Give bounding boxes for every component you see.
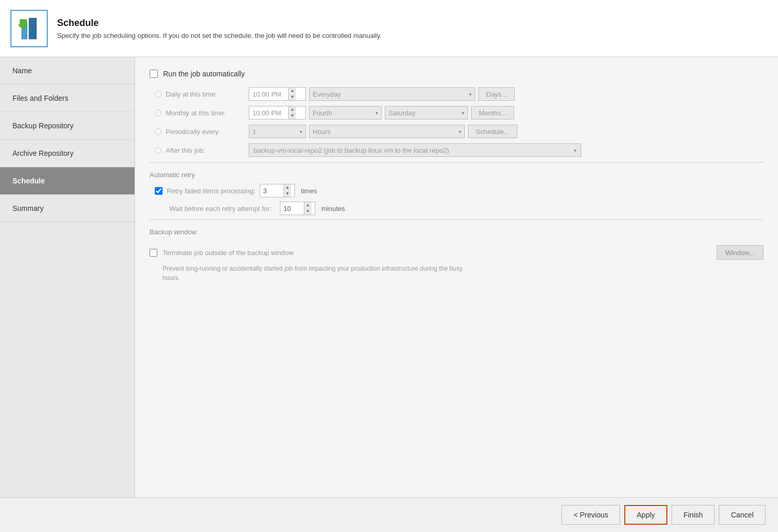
daily-label: Daily at this time: bbox=[166, 90, 249, 98]
wait-count-input[interactable]: 10 bbox=[280, 205, 304, 212]
periodically-value-chevron-icon: ▾ bbox=[300, 129, 302, 135]
retry-row: Retry failed items processing: 3 ▲ ▼ tim… bbox=[155, 184, 763, 197]
daily-controls: 10:00 PM ▲ ▼ Everyday ▾ Days... bbox=[249, 87, 515, 101]
retry-count-spin: ▲ ▼ bbox=[284, 184, 291, 197]
daily-frequency-select[interactable]: Everyday ▾ bbox=[309, 87, 475, 101]
automatic-retry-title: Automatic retry bbox=[150, 171, 763, 179]
after-job-select[interactable]: backup-vm-local-repo2 (job to backup lin… bbox=[249, 143, 581, 157]
wait-count-up[interactable]: ▲ bbox=[304, 202, 312, 208]
sidebar-item-files-and-folders[interactable]: Files and Folders bbox=[0, 85, 135, 112]
backup-window-section: Terminate job outside of the backup wind… bbox=[150, 245, 763, 283]
periodically-label: Periodically every: bbox=[166, 128, 249, 136]
periodically-value-select[interactable]: 1 ▾ bbox=[249, 125, 306, 138]
daily-row: Daily at this time: 10:00 PM ▲ ▼ Everyda… bbox=[155, 87, 763, 101]
sidebar-item-archive-repository[interactable]: Archive Repository bbox=[0, 140, 135, 167]
retry-times-label: times bbox=[301, 187, 317, 195]
retry-section: Retry failed items processing: 3 ▲ ▼ tim… bbox=[155, 184, 763, 215]
header-text: Schedule Specify the job scheduling opti… bbox=[57, 18, 382, 39]
footer: < Previous Apply Finish Cancel bbox=[0, 497, 778, 532]
monthly-time-input-group: 10:00 PM ▲ ▼ bbox=[249, 106, 306, 119]
daily-time-down[interactable]: ▼ bbox=[289, 94, 296, 100]
wait-label: Wait before each retry attempt for: bbox=[169, 205, 272, 212]
after-job-row: After this job: backup-vm-local-repo2 (j… bbox=[155, 143, 763, 157]
run-auto-row: Run the job automatically bbox=[150, 70, 763, 78]
schedule-options: Daily at this time: 10:00 PM ▲ ▼ Everyda… bbox=[155, 87, 763, 157]
backup-window-divider bbox=[150, 219, 763, 220]
terminate-checkbox[interactable] bbox=[150, 249, 157, 257]
daily-radio[interactable] bbox=[155, 91, 162, 98]
wait-count-spin: ▲ ▼ bbox=[304, 202, 312, 215]
run-auto-label[interactable]: Run the job automatically bbox=[163, 70, 245, 78]
sidebar-item-backup-repository[interactable]: Backup Repository bbox=[0, 112, 135, 140]
monthly-week-chevron-icon: ▾ bbox=[375, 110, 378, 116]
schedule-button[interactable]: Schedule... bbox=[468, 125, 517, 138]
monthly-time-spin: ▲ ▼ bbox=[288, 107, 296, 119]
monthly-time-input[interactable]: 10:00 PM bbox=[249, 109, 288, 117]
after-job-label: After this job: bbox=[166, 147, 249, 154]
header: Schedule Specify the job scheduling opti… bbox=[0, 0, 778, 57]
monthly-radio[interactable] bbox=[155, 110, 162, 116]
daily-time-spin: ▲ ▼ bbox=[288, 88, 296, 100]
retry-count-down[interactable]: ▼ bbox=[284, 191, 291, 197]
svg-rect-1 bbox=[29, 18, 36, 39]
daily-chevron-icon: ▾ bbox=[469, 91, 472, 97]
sidebar-item-name[interactable]: Name bbox=[0, 57, 135, 85]
periodically-radio[interactable] bbox=[155, 128, 162, 135]
after-job-radio[interactable] bbox=[155, 147, 162, 154]
retry-count-input[interactable]: 3 bbox=[260, 187, 284, 195]
retry-divider bbox=[150, 162, 763, 163]
monthly-time-up[interactable]: ▲ bbox=[289, 107, 296, 113]
wait-row: Wait before each retry attempt for: 10 ▲… bbox=[155, 202, 763, 215]
periodically-row: Periodically every: 1 ▾ Hours ▾ Schedule… bbox=[155, 125, 763, 138]
monthly-day-chevron-icon: ▾ bbox=[462, 110, 464, 116]
cancel-button[interactable]: Cancel bbox=[719, 505, 766, 525]
daily-time-up[interactable]: ▲ bbox=[289, 88, 296, 94]
periodically-unit-chevron-icon: ▾ bbox=[459, 129, 461, 135]
monthly-label: Monthly at this time: bbox=[166, 109, 249, 117]
months-button[interactable]: Months... bbox=[471, 106, 514, 119]
apply-button[interactable]: Apply bbox=[624, 505, 667, 525]
content-panel: Run the job automatically Daily at this … bbox=[135, 57, 778, 497]
terminate-label[interactable]: Terminate job outside of the backup wind… bbox=[163, 249, 293, 257]
wait-count-group: 10 ▲ ▼ bbox=[280, 202, 315, 215]
sidebar: Name Files and Folders Backup Repository… bbox=[0, 57, 135, 497]
page-title: Schedule bbox=[57, 18, 382, 29]
monthly-week-select[interactable]: Fourth ▾ bbox=[309, 106, 382, 119]
terminate-row: Terminate job outside of the backup wind… bbox=[150, 245, 763, 260]
after-job-chevron-icon: ▾ bbox=[574, 148, 576, 153]
app-logo bbox=[10, 10, 48, 47]
monthly-controls: 10:00 PM ▲ ▼ Fourth ▾ Saturday ▾ bbox=[249, 106, 514, 119]
retry-count-group: 3 ▲ ▼ bbox=[260, 184, 295, 197]
backup-window-title: Backup window bbox=[150, 228, 763, 236]
previous-button[interactable]: < Previous bbox=[561, 505, 620, 525]
periodically-unit-select[interactable]: Hours ▾ bbox=[309, 125, 465, 138]
monthly-day-select[interactable]: Saturday ▾ bbox=[385, 106, 468, 119]
monthly-row: Monthly at this time: 10:00 PM ▲ ▼ Fourt… bbox=[155, 106, 763, 119]
finish-button[interactable]: Finish bbox=[672, 505, 715, 525]
main-area: Name Files and Folders Backup Repository… bbox=[0, 57, 778, 497]
sidebar-item-schedule[interactable]: Schedule bbox=[0, 167, 135, 195]
daily-time-input[interactable]: 10:00 PM bbox=[249, 90, 288, 98]
daily-time-input-group: 10:00 PM ▲ ▼ bbox=[249, 87, 306, 101]
days-button[interactable]: Days... bbox=[478, 87, 515, 101]
monthly-time-down[interactable]: ▼ bbox=[289, 113, 296, 119]
backup-window-description: Prevent long-running or accidentally sta… bbox=[163, 264, 474, 283]
retry-count-up[interactable]: ▲ bbox=[284, 184, 291, 191]
retry-checkbox[interactable] bbox=[155, 187, 163, 195]
after-job-controls: backup-vm-local-repo2 (job to backup lin… bbox=[249, 143, 581, 157]
sidebar-item-summary[interactable]: Summary bbox=[0, 195, 135, 222]
wait-minutes-label: minutes bbox=[321, 205, 345, 212]
window-button[interactable]: Window... bbox=[717, 245, 763, 260]
page-description: Specify the job scheduling options. If y… bbox=[57, 32, 382, 39]
retry-label[interactable]: Retry failed items processing: bbox=[167, 187, 256, 195]
periodically-controls: 1 ▾ Hours ▾ Schedule... bbox=[249, 125, 517, 138]
wait-count-down[interactable]: ▼ bbox=[304, 208, 312, 215]
run-auto-checkbox[interactable] bbox=[150, 70, 158, 78]
